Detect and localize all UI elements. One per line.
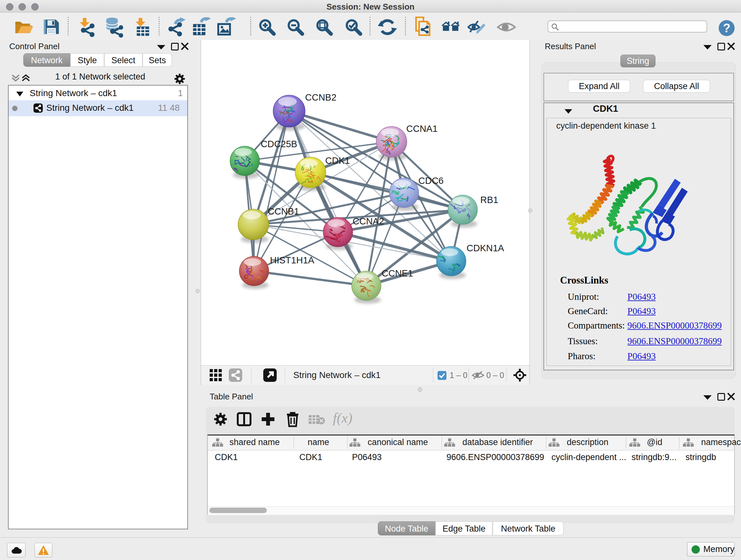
svg-text:CCNA2: CCNA2 <box>353 216 384 226</box>
svg-text:CDKN1A: CDKN1A <box>467 243 504 253</box>
svg-text:HIST1H1A: HIST1H1A <box>270 255 314 265</box>
svg-text:CCNE1: CCNE1 <box>382 268 413 278</box>
svg-text:CCNB1: CCNB1 <box>268 206 299 216</box>
svg-text:CDK1: CDK1 <box>325 155 350 166</box>
svg-text:CDC25B: CDC25B <box>261 139 297 149</box>
svg-text:CCNB2: CCNB2 <box>305 92 336 103</box>
svg-text:RB1: RB1 <box>480 195 498 205</box>
svg-text:CCNA1: CCNA1 <box>406 124 437 134</box>
svg-text:CDC6: CDC6 <box>418 176 444 186</box>
